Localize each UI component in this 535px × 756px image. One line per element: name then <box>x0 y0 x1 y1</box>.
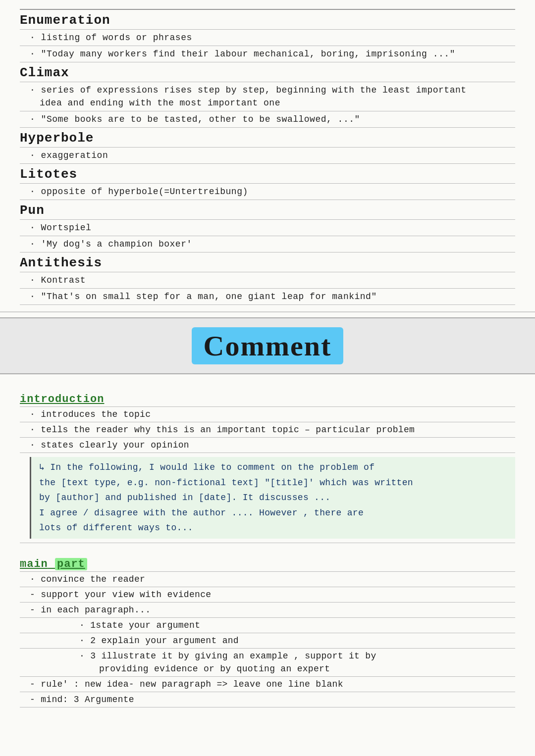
main-line-8: - rule' : new idea- new paragraph => lea… <box>20 678 515 691</box>
intro-block-line-2: the [text type, e.g. non-fictional text]… <box>39 475 510 491</box>
bottom-section: introduction · introduces the topic · te… <box>0 374 535 718</box>
main-part-label: main <box>20 558 48 570</box>
main-line-1: · convince the reader <box>20 573 515 586</box>
introduction-block: ↳ In the following, I would like to comm… <box>30 457 515 539</box>
page: Enumeration · listing of words or phrase… <box>0 0 535 756</box>
intro-block-line-5: lots of different ways to... <box>39 520 510 536</box>
climax-line-1: · series of expressions rises step by st… <box>20 84 515 97</box>
intro-line-2: · tells the reader why this is an import… <box>20 423 515 436</box>
comment-banner: Comment <box>0 317 535 374</box>
main-part-heading: main part <box>20 558 515 570</box>
main-line-6: · 3 illustrate it by giving an example ,… <box>20 650 515 662</box>
intro-line-3: · states clearly your opinion <box>20 439 515 452</box>
litotes-heading: Litotes <box>20 167 515 182</box>
introduction-heading: introduction <box>20 393 515 405</box>
pun-line-1: · Wortspiel <box>20 221 515 234</box>
intro-line-1: · introduces the topic <box>20 408 515 421</box>
climax-line-2: idea and ending with the most important … <box>20 97 515 109</box>
litotes-line-1: · opposite of hyperbole(=Untertreibung) <box>20 185 515 198</box>
main-line-4: · 1state your argument <box>20 619 515 632</box>
comment-title: Comment <box>192 327 344 364</box>
antithesis-line-2: · "That's on small step for a man, one g… <box>20 290 515 303</box>
top-section: Enumeration · listing of words or phrase… <box>0 0 535 312</box>
main-line-3: - in each paragraph... <box>20 604 515 616</box>
enum-line-2: · "Today many workers find their labour … <box>20 48 515 60</box>
main-line-2: - support your view with evidence <box>20 588 515 601</box>
main-highlight: part <box>55 558 87 570</box>
main-line-5: · 2 explain your argument and <box>20 634 515 647</box>
enumeration-heading: Enumeration <box>20 13 515 28</box>
pun-heading: Pun <box>20 203 515 218</box>
intro-block-line-1: ↳ In the following, I would like to comm… <box>39 460 510 475</box>
enum-line-1: · listing of words or phrases <box>20 31 515 44</box>
antithesis-heading: Antithesis <box>20 255 515 270</box>
intro-block-line-4: I agree / disagree with the author .... … <box>39 505 510 521</box>
climax-line-3: · "Some books are to be tasted, other to… <box>20 113 515 126</box>
intro-block-line-3: by [author] and published in [date]. It … <box>39 490 510 505</box>
pun-line-2: · 'My dog's a champion boxer' <box>20 238 515 251</box>
hyperbole-heading: Hyperbole <box>20 131 515 146</box>
main-line-9: - mind: 3 Argumente <box>20 693 515 706</box>
hyperbole-line-1: · exaggeration <box>20 149 515 162</box>
main-line-7: providing evidence or by quoting an expe… <box>20 662 515 675</box>
climax-heading: Climax <box>20 65 515 80</box>
antithesis-line-1: · Kontrast <box>20 274 515 287</box>
